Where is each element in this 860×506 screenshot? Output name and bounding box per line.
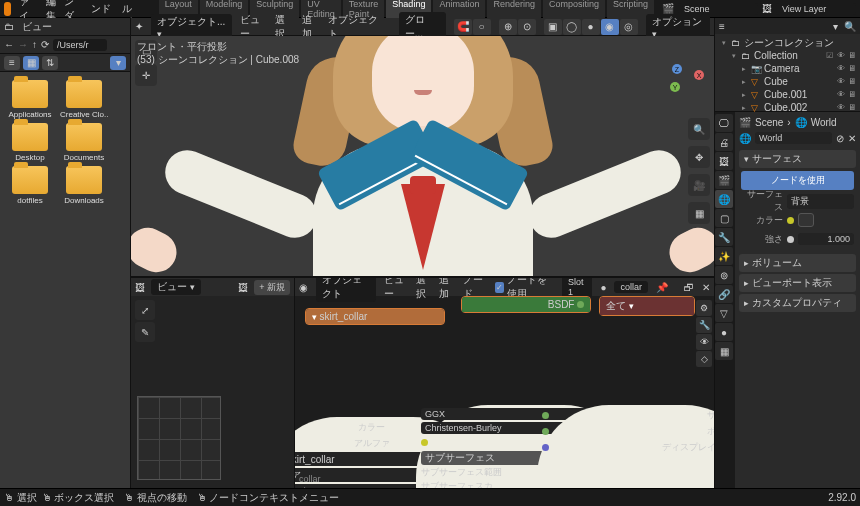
nodetab-tool-icon[interactable]: 🔧 [696,317,712,333]
viewlayer-field[interactable]: View Layer [776,3,856,15]
outliner-item[interactable]: ▸📷Camera👁🖥 [718,62,857,75]
node-image-texture[interactable]: ▾ skirt_collar カラー アルファ 🖼 skirt_collar2 … [305,308,445,325]
panel-custom-props-header[interactable]: ▸ カスタムプロパティ [739,294,856,312]
gizmo-toggle-icon[interactable]: ⊕ [499,19,517,35]
world-color-swatch[interactable] [798,213,814,227]
socket-displacement-icon[interactable] [542,444,549,451]
path-field[interactable]: /Users/r [53,39,107,51]
filter-icon[interactable]: ▾ [110,56,126,70]
nav-up-icon[interactable]: ↑ [32,39,37,50]
node-material-output[interactable]: 全て ▾ サーフェス ボリューム ディスプレイスメント [599,296,695,316]
node-header[interactable]: ▾ skirt_collar [306,309,444,324]
surface-shader-dropdown[interactable]: 背景 [787,194,854,209]
blender-logo-icon[interactable] [4,2,11,16]
shading-matpreview-icon[interactable]: ◉ [601,19,619,35]
outliner-item[interactable]: ▸▽Cube.001👁🖥 [718,88,857,101]
gizmo-x-icon[interactable]: X [694,70,704,80]
proptab-render-icon[interactable]: 🖵 [715,114,733,132]
filebrowser-editor-icon[interactable]: 🗀 [4,21,14,32]
world-strength-field[interactable]: 1.000 [798,233,854,245]
panel-volume-header[interactable]: ▸ ボリューム [739,254,856,272]
snap-icon[interactable]: 🧲 [454,19,472,35]
socket-volume-icon[interactable] [542,428,549,435]
ne-menu-add[interactable]: 追加 [439,278,455,301]
image-link-icon[interactable]: 🖼 [238,282,248,293]
socket-dot-icon[interactable] [787,217,794,224]
ne-menu-select[interactable]: 選択 [416,278,432,301]
shading-wire-icon[interactable]: ◯ [563,19,581,35]
nav-back-icon[interactable]: ← [4,39,14,50]
socket-bsdf-icon[interactable] [577,301,584,308]
folder-item[interactable]: dotfiles [6,166,54,205]
proptab-world-icon[interactable]: 🌐 [715,190,733,208]
outliner-item[interactable]: ▸▽Cube👁🖥 [718,75,857,88]
tool-sample-icon[interactable]: ⤢ [135,300,155,320]
outliner-filter-icon[interactable]: ▾ [833,21,838,32]
folder-item[interactable]: Applications [6,80,54,119]
nav-fwd-icon[interactable]: → [18,39,28,50]
scene-field[interactable]: Scene [678,3,758,15]
sort-icon[interactable]: ⇅ [42,56,58,70]
folder-item[interactable]: Documents [60,123,108,162]
nav-gizmo[interactable]: X Y Z [660,64,704,108]
proptab-scene-icon[interactable]: 🎬 [715,171,733,189]
nodetab-node-icon[interactable]: ◇ [696,351,712,367]
folder-item[interactable]: Desktop [6,123,54,162]
filebrowser-menu-view[interactable]: ビュー [22,20,52,34]
proptab-texture-icon[interactable]: ▦ [715,342,733,360]
proportional-icon[interactable]: ○ [473,19,491,35]
shading-solid-icon[interactable]: ● [582,19,600,35]
panel-surface-header[interactable]: ▾ サーフェス [739,150,856,168]
world-x-icon[interactable]: ✕ [848,133,856,144]
gizmo-y-icon[interactable]: Y [670,82,680,92]
ne-menu-view[interactable]: ビュー [384,278,408,301]
outliner-search-icon[interactable]: 🔍 [844,21,856,32]
node-add-icon[interactable]: 🗗 [684,282,694,293]
xray-icon[interactable]: ▣ [544,19,562,35]
move-view-icon[interactable]: ✥ [688,146,710,168]
camera-view-icon[interactable]: 🎥 [688,174,710,196]
node-x-icon[interactable]: ✕ [702,282,710,293]
overlay-toggle-icon[interactable]: ⊙ [518,19,536,35]
proptab-particles-icon[interactable]: ✨ [715,247,733,265]
proptab-physics-icon[interactable]: ⊚ [715,266,733,284]
display-grid-icon[interactable]: ▦ [23,56,39,70]
socket-basecolor-icon[interactable] [421,439,428,446]
outliner-scene-collection[interactable]: ▾🗀シーンコレクション [718,36,857,49]
proptab-modifier-icon[interactable]: 🔧 [715,228,733,246]
node-principled-bsdf[interactable]: BSDF GGX Christensen-Burley ベースカラー サブサーフ… [461,296,591,313]
image-canvas[interactable]: ⤢ ✎ [131,296,294,490]
node-editor[interactable]: ◉ オブジェクト ビュー 選択 追加 ノード ✓ノードを使用 Slot 1 ● … [295,278,714,488]
world-new-icon[interactable]: ⊘ [836,133,844,144]
proptab-output-icon[interactable]: 🖨 [715,133,733,151]
node-object-dropdown[interactable]: オブジェクト [316,278,376,302]
nav-refresh-icon[interactable]: ⟳ [41,39,49,50]
proptab-material-icon[interactable]: ● [715,323,733,341]
socket-surface-icon[interactable] [542,412,549,419]
node-header[interactable]: BSDF [462,297,590,312]
display-list-icon[interactable]: ≡ [4,56,20,70]
shading-rendered-icon[interactable]: ◎ [620,19,638,35]
proptab-viewlayer-icon[interactable]: 🖼 [715,152,733,170]
tool-annotate-icon[interactable]: ✎ [135,322,155,342]
node-editor-icon[interactable]: ◉ [299,282,308,293]
panel-viewport-display-header[interactable]: ▸ ビューポート表示 [739,274,856,292]
slot-dropdown[interactable]: Slot 1 [562,278,592,298]
proptab-constraints-icon[interactable]: 🔗 [715,285,733,303]
image-editor-icon[interactable]: 🖼 [135,282,145,293]
viewport-3d[interactable]: ▭ ✛ フロント・平行投影 (53) シーンコレクション | Cube.008 … [131,36,714,276]
material-field[interactable]: collar [614,281,648,293]
socket-dot-icon[interactable] [787,236,794,243]
proptab-object-icon[interactable]: ▢ [715,209,733,227]
persp-toggle-icon[interactable]: ▦ [688,202,710,224]
image-mode-dropdown[interactable]: ビュー ▾ [151,279,201,295]
folder-item[interactable]: Downloads [60,166,108,205]
image-new-button[interactable]: + 新規 [254,280,290,295]
outliner-editor-icon[interactable]: ≡ [719,21,725,32]
world-datablock[interactable]: World [755,132,832,144]
nodetab-options-icon[interactable]: ⚙ [696,300,712,316]
folder-item[interactable]: Creative Clo... [60,80,108,119]
gizmo-z-icon[interactable]: Z [672,64,682,74]
proptab-data-icon[interactable]: ▽ [715,304,733,322]
pin-icon[interactable]: 📌 [656,282,668,293]
